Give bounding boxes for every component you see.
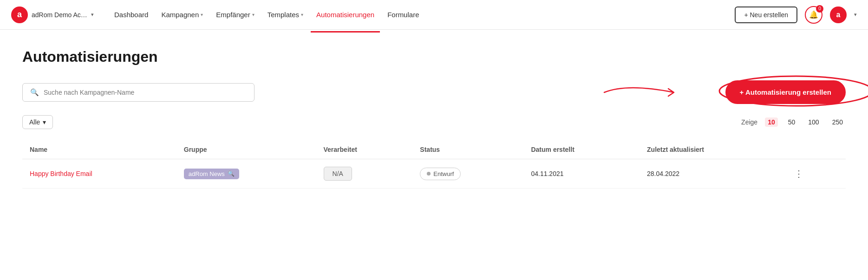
col-gruppe: Gruppe bbox=[176, 140, 316, 159]
logo-icon: a bbox=[11, 7, 28, 23]
more-options-button[interactable]: ⋮ bbox=[790, 167, 807, 181]
cell-name: Happy Birthday Email bbox=[22, 159, 176, 189]
table-header-row: Name Gruppe Verarbeitet Status Datum ers… bbox=[22, 140, 846, 159]
templates-chevron: ▾ bbox=[301, 12, 303, 17]
gruppe-badge[interactable]: adRom News 🔍 bbox=[184, 169, 239, 179]
toolbar: 🔍 + Automatisierung erstellen bbox=[22, 80, 846, 104]
data-table: Name Gruppe Verarbeitet Status Datum ers… bbox=[22, 140, 846, 189]
search-icon: 🔍 bbox=[30, 88, 39, 97]
cell-zuletzt: 28.04.2022 bbox=[640, 159, 783, 189]
logo-area[interactable]: a adRom Demo Acc... ▾ bbox=[11, 7, 94, 23]
account-name: adRom Demo Acc... bbox=[32, 11, 87, 19]
table-head: Name Gruppe Verarbeitet Status Datum ers… bbox=[22, 140, 846, 159]
cell-datum: 04.11.2021 bbox=[523, 159, 640, 189]
zeige-250[interactable]: 250 bbox=[829, 117, 846, 127]
kampagnen-chevron: ▾ bbox=[201, 12, 203, 17]
cell-gruppe: adRom News 🔍 bbox=[176, 159, 316, 189]
page-title: Automatisierungen bbox=[22, 48, 846, 65]
col-actions bbox=[783, 140, 846, 159]
nav-right: + Neu erstellen 🔔 0 a ▾ bbox=[735, 6, 857, 24]
zeige-label: Zeige bbox=[741, 118, 757, 126]
col-status: Status bbox=[412, 140, 523, 159]
bell-badge: 0 bbox=[816, 5, 823, 13]
main-content: Automatisierungen 🔍 + Automatisierung er… bbox=[0, 30, 868, 280]
cell-more: ⋮ bbox=[783, 159, 846, 189]
nav-item-empfaenger[interactable]: Empfänger ▾ bbox=[210, 7, 260, 22]
user-chevron: ▾ bbox=[854, 12, 857, 18]
nav-item-kampagnen[interactable]: Kampagnen ▾ bbox=[156, 7, 209, 22]
col-zuletzt: Zuletzt aktualisiert bbox=[640, 140, 783, 159]
nav-item-automatisierungen[interactable]: Automatisierungen bbox=[311, 7, 380, 22]
row-name-link[interactable]: Happy Birthday Email bbox=[30, 170, 92, 177]
table-body: Happy Birthday Email adRom News 🔍 N/A En… bbox=[22, 159, 846, 189]
bell-button[interactable]: 🔔 0 bbox=[805, 6, 822, 24]
zeige-10[interactable]: 10 bbox=[765, 117, 778, 127]
col-verarbeitet: Verarbeitet bbox=[316, 140, 413, 159]
search-box[interactable]: 🔍 bbox=[22, 83, 255, 102]
col-name: Name bbox=[22, 140, 176, 159]
new-button[interactable]: + Neu erstellen bbox=[735, 7, 797, 23]
nav-item-formulare[interactable]: Formulare bbox=[382, 7, 424, 22]
status-badge: Entwurf bbox=[420, 168, 461, 180]
navbar: a adRom Demo Acc... ▾ Dashboard Kampagne… bbox=[0, 0, 868, 30]
cell-status: Entwurf bbox=[412, 159, 523, 189]
pagination-row: Alle ▾ Zeige 10 50 100 250 bbox=[22, 115, 846, 129]
gruppe-search-icon: 🔍 bbox=[228, 170, 235, 177]
search-input[interactable] bbox=[44, 89, 247, 96]
account-chevron: ▾ bbox=[91, 12, 94, 18]
nav-links: Dashboard Kampagnen ▾ Empfänger ▾ Templa… bbox=[109, 7, 720, 22]
col-datum: Datum erstellt bbox=[523, 140, 640, 159]
zeige-50[interactable]: 50 bbox=[785, 117, 798, 127]
zeige-100[interactable]: 100 bbox=[805, 117, 822, 127]
create-button-wrapper: + Automatisierung erstellen bbox=[725, 80, 846, 104]
create-automatisierung-button[interactable]: + Automatisierung erstellen bbox=[725, 80, 846, 104]
nav-item-dashboard[interactable]: Dashboard bbox=[109, 7, 154, 22]
verarbeitet-badge: N/A bbox=[324, 167, 352, 181]
user-avatar[interactable]: a bbox=[830, 7, 847, 23]
nav-item-templates[interactable]: Templates ▾ bbox=[262, 7, 309, 22]
empfaenger-chevron: ▾ bbox=[252, 12, 255, 17]
status-dot bbox=[427, 172, 431, 176]
cell-verarbeitet: N/A bbox=[316, 159, 413, 189]
zeige-group: Zeige 10 50 100 250 bbox=[741, 117, 846, 127]
filter-button[interactable]: Alle ▾ bbox=[22, 115, 53, 129]
arrow-annotation bbox=[600, 78, 702, 106]
table-row: Happy Birthday Email adRom News 🔍 N/A En… bbox=[22, 159, 846, 189]
filter-chevron: ▾ bbox=[43, 118, 46, 126]
